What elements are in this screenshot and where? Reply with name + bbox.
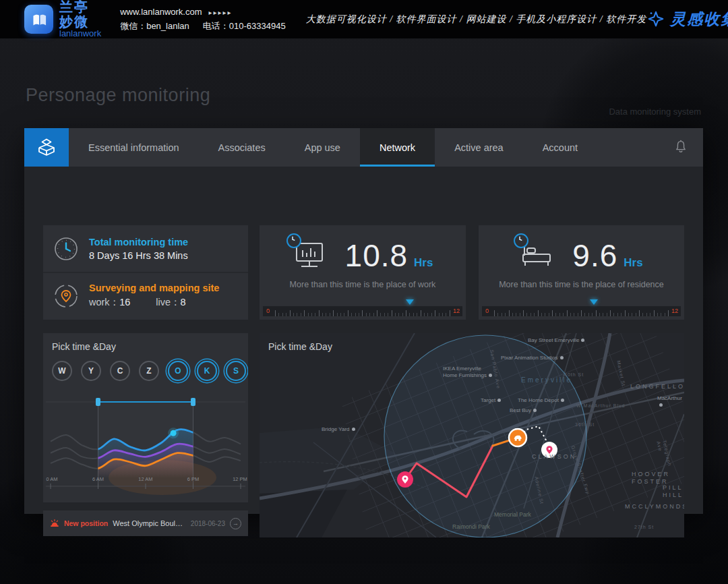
map-card: Pick time &Day Bay Street EmeryvillePixa… (260, 333, 684, 537)
map-label: MacArthur (657, 395, 684, 409)
live-label: live： (156, 297, 180, 308)
svg-text:12 PM: 12 PM (233, 476, 247, 482)
website-url[interactable]: www.lanlanwork.com (120, 7, 202, 17)
services-list: 大数据可视化设计 / 软件界面设计 / 网站建设 / 手机及小程序设计 / 软件… (306, 13, 647, 26)
scale-tick (380, 313, 381, 316)
day-button-o[interactable]: O (168, 361, 188, 381)
tab-account[interactable]: Account (523, 128, 597, 167)
scale-tick (431, 313, 432, 316)
time-range-chart[interactable]: 0 AM6 AM12 AM6 PM12 PM (43, 388, 248, 498)
scale-tick (340, 313, 341, 316)
scale-marker-icon[interactable] (406, 299, 414, 305)
day-button-s[interactable]: S (226, 361, 246, 381)
arrows-decoration: ▸▸▸▸▸ (209, 9, 233, 16)
scale-max: 12 (671, 308, 678, 314)
scale-tick (395, 313, 396, 316)
scale-tick (642, 313, 643, 316)
scale-tick (617, 313, 618, 316)
scale-tick (326, 313, 326, 316)
work-hours-scale: 0 12 (263, 306, 462, 316)
scale-tick (613, 313, 614, 316)
scale-tick (625, 310, 626, 316)
alert-detail-arrow-icon[interactable]: → (230, 518, 241, 529)
monitoring-time-value: 8 Days 16 Hrs 38 Mins (89, 250, 188, 261)
day-filter-buttons: WYCZOKS (52, 361, 246, 381)
scale-tick (369, 313, 370, 316)
scale-tick (424, 313, 425, 316)
chart-card-title: Pick time &Day (52, 341, 116, 352)
scale-tick (304, 310, 305, 316)
map-pin-icon (352, 428, 355, 431)
scale-tick (308, 313, 309, 316)
brand-name-en: lanlanwork (59, 29, 101, 38)
map-pin-icon (497, 399, 501, 402)
scale-tick (607, 313, 607, 316)
map-label: 27th St (634, 525, 654, 531)
tab-app-use[interactable]: App use (285, 128, 360, 167)
scale-tick (333, 310, 334, 316)
scale-tick (621, 313, 621, 316)
map-label: 40th St (564, 372, 584, 378)
tab-essential-information[interactable]: Essential information (69, 128, 199, 167)
dashboard-home-button[interactable] (24, 128, 69, 167)
map-card-title: Pick time &Day (268, 341, 332, 352)
monitoring-time-title: Total monitoring time (89, 237, 188, 247)
work-value: 16 (119, 297, 130, 308)
map-label: MCCLYMONDS (625, 503, 684, 510)
day-button-z[interactable]: Z (139, 361, 159, 381)
residence-hours-scale: 0 12 (482, 306, 681, 316)
work-hours-value: 10.8 (345, 237, 408, 274)
range-slider-handle (96, 398, 100, 406)
notifications-bell-icon[interactable] (673, 139, 688, 156)
map-label: LONGFELLOW (630, 383, 684, 390)
map-pin-icon (561, 399, 564, 402)
scale-tick (442, 313, 443, 316)
scale-tick (322, 313, 323, 316)
scale-tick (446, 313, 446, 316)
tab-associates[interactable]: Associates (199, 128, 285, 167)
scale-tick (409, 313, 410, 316)
scale-tick (494, 310, 495, 316)
tab-active-area[interactable]: Active area (435, 128, 523, 167)
scale-tick (578, 313, 578, 316)
svg-text:6 AM: 6 AM (92, 476, 104, 482)
map-pin-icon (560, 356, 564, 359)
scale-tick (530, 313, 531, 316)
residence-hours-value: 9.6 (572, 237, 617, 274)
day-button-w[interactable]: W (52, 361, 72, 381)
scale-tick (384, 313, 385, 316)
inspiration-collect[interactable]: 灵感收集 (646, 9, 728, 30)
new-position-alert[interactable]: New position West Olympic Boulevard,... … (43, 510, 248, 536)
siren-alarm-icon (50, 518, 59, 529)
page-title: Personage monitoring (26, 85, 210, 106)
scale-min: 0 (266, 308, 270, 314)
scale-tick (563, 313, 564, 316)
work-hours-unit: Hrs (414, 256, 433, 270)
origin-marker[interactable] (397, 471, 413, 488)
day-button-k[interactable]: K (197, 361, 217, 381)
scale-tick (567, 310, 568, 316)
dashboard-panel: Essential informationAssociatesApp useNe… (24, 128, 703, 514)
scale-tick (286, 313, 286, 316)
brand-logo[interactable] (24, 5, 53, 34)
scale-tick (355, 313, 356, 316)
scale-tick (541, 313, 542, 316)
alert-label: New position (64, 519, 108, 527)
scale-marker-icon[interactable] (590, 299, 598, 305)
map-label: CLAWSON (532, 453, 576, 461)
scale-tick (301, 313, 301, 316)
wechat-contact: 微信：ben_lanlan (120, 21, 189, 31)
scale-tick (362, 310, 363, 316)
scale-tick (282, 313, 283, 316)
map-label: Bridge Yard (322, 426, 355, 433)
scale-tick (366, 313, 367, 316)
tab-network[interactable]: Network (360, 128, 435, 167)
time-day-chart-card: Pick time &Day WYCZOKS 0 AM6 AM12 AM6 PM… (43, 333, 248, 502)
day-button-y[interactable]: Y (81, 361, 101, 381)
scale-tick (290, 310, 291, 316)
map-label: 36th St (575, 422, 595, 428)
vehicle-marker[interactable] (509, 429, 526, 446)
scale-tick (599, 313, 600, 316)
scale-tick (348, 310, 348, 316)
day-button-c[interactable]: C (110, 361, 130, 381)
